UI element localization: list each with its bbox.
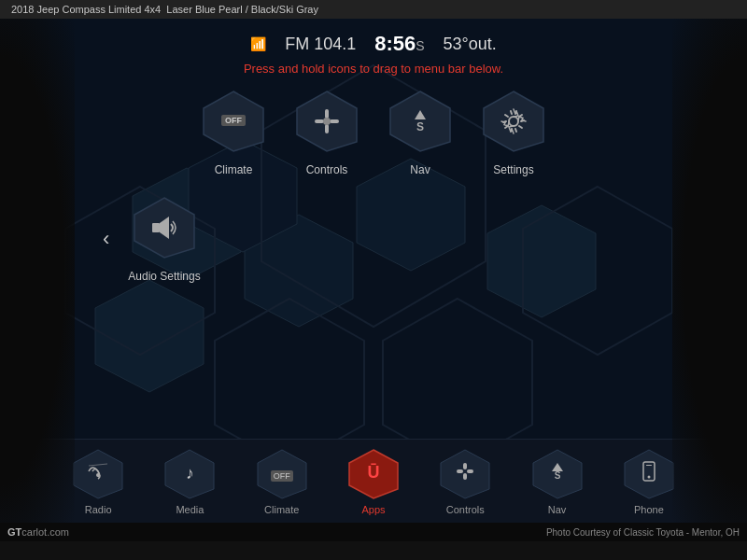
controls-icon-inner: [313, 107, 341, 135]
nav-nav-label: Nav: [548, 504, 567, 515]
climate-icon-item[interactable]: OFF Climate: [201, 89, 266, 176]
nav-symbol: S: [407, 108, 433, 134]
off-badge-climate: OFF: [221, 115, 246, 126]
screen-content: 📶 FM 104.1 8:56S 53°out. Press and hold …: [0, 19, 747, 422]
radio-hex[interactable]: [72, 448, 124, 500]
svg-rect-36: [463, 463, 467, 469]
gtcarlot-suffix: carlot.com: [21, 526, 69, 538]
svg-rect-39: [467, 469, 473, 473]
svg-point-45: [647, 476, 650, 479]
settings-label: Settings: [493, 163, 533, 176]
bottom-nav-bar: Radio ♪ Media OFF: [0, 439, 747, 523]
svg-text:Ū: Ū: [368, 463, 380, 482]
audio-settings-hex[interactable]: [132, 195, 197, 260]
instruction-text: Press and hold icons to drag to menu bar…: [244, 62, 503, 76]
climate-hex-button[interactable]: OFF: [201, 89, 266, 154]
radio-icon: [88, 462, 108, 485]
svg-rect-37: [463, 473, 467, 480]
fm-station: FM 104.1: [285, 35, 356, 54]
media-hex[interactable]: ♪: [163, 448, 216, 500]
off-badge-nav: OFF: [271, 470, 293, 482]
svg-marker-21: [415, 110, 426, 119]
controls-nav-symbol: [456, 462, 474, 481]
controls-label: Controls: [306, 163, 348, 176]
main-screen: 📶 FM 104.1 8:56S 53°out. Press and hold …: [0, 19, 747, 523]
photo-credit: Photo Courtesy of Classic Toyota - Mento…: [546, 527, 740, 538]
media-nav-label: Media: [176, 504, 204, 515]
settings-icon-item[interactable]: Settings: [481, 89, 546, 176]
controls-hex-button[interactable]: [294, 89, 359, 154]
phone-symbol: [641, 461, 656, 482]
nav-nav-icon: S: [548, 462, 567, 485]
page-subtitle: Laser Blue Pearl / Black/Ski Gray: [166, 4, 318, 15]
apps-nav-label: Apps: [361, 504, 385, 515]
temperature-display: 53°out.: [444, 35, 497, 54]
svg-rect-46: [646, 465, 652, 466]
phone-icon: [641, 461, 656, 486]
nav-nav-symbol: S: [548, 462, 567, 481]
settings-icon-inner: [500, 107, 528, 135]
nav-icon-inner: S: [407, 108, 433, 134]
climate-nav-icon: OFF: [271, 464, 293, 483]
settings-hex-button[interactable]: [481, 89, 546, 154]
audio-settings-item[interactable]: Audio Settings: [128, 195, 200, 283]
svg-rect-15: [325, 109, 329, 119]
svg-point-19: [323, 118, 331, 125]
speaker-icon: [150, 215, 178, 241]
phone-nav-label: Phone: [634, 504, 664, 515]
right-bezel: [672, 19, 747, 523]
controls-nav-icon: [456, 462, 474, 485]
svg-point-29: [96, 473, 100, 477]
radio-nav-label: Radio: [85, 504, 112, 515]
media-icon: ♪: [186, 464, 194, 483]
nav-apps[interactable]: Ū Apps: [331, 448, 416, 515]
page-title: 2018 Jeep Compass Limited 4x4: [11, 4, 161, 15]
climate-icon-inner: OFF: [221, 115, 246, 128]
climate-nav-label: Climate: [264, 504, 299, 515]
left-bezel: [0, 19, 75, 523]
gear-icon: [500, 107, 528, 135]
seconds-indicator: S: [416, 38, 424, 53]
nav-navigation[interactable]: S Nav: [514, 448, 599, 515]
climate-nav-hex[interactable]: OFF: [256, 448, 308, 500]
svg-text:S: S: [416, 120, 424, 133]
svg-text:S: S: [554, 470, 560, 481]
apps-hex[interactable]: Ū: [347, 448, 400, 500]
controls-symbol: [313, 107, 341, 135]
svg-rect-16: [325, 124, 329, 133]
bottom-bar: GT carlot.com Photo Courtesy of Classic …: [0, 523, 747, 541]
top-bar: 2018 Jeep Compass Limited 4x4 Laser Blue…: [0, 0, 747, 19]
nav-label: Nav: [410, 163, 430, 176]
time-value: 8:56: [374, 32, 416, 55]
nav-icon-item[interactable]: S Nav: [388, 89, 453, 176]
audio-settings-label: Audio Settings: [128, 270, 200, 283]
controls-nav-hex[interactable]: [439, 448, 491, 500]
second-row: ‹: [84, 195, 663, 283]
svg-marker-27: [160, 217, 169, 239]
apps-symbol: Ū: [363, 461, 384, 482]
back-arrow-icon[interactable]: ‹: [103, 227, 109, 251]
radio-wave-icon: 📶: [250, 36, 266, 51]
gtcarlot-label: GT: [7, 526, 21, 538]
svg-point-24: [509, 117, 518, 126]
svg-line-30: [89, 464, 107, 466]
controls-icon-item[interactable]: Controls: [294, 89, 359, 176]
main-icon-grid: OFF Climate: [84, 89, 663, 176]
nav-hex-button[interactable]: S: [388, 89, 453, 154]
audio-icon-inner: [150, 215, 178, 241]
nav-climate[interactable]: OFF Climate: [240, 448, 324, 515]
phone-hex[interactable]: [623, 448, 675, 500]
svg-rect-26: [152, 223, 160, 232]
apps-icon: Ū: [363, 461, 384, 486]
nav-media[interactable]: ♪ Media: [148, 448, 232, 515]
svg-rect-38: [457, 469, 463, 473]
svg-rect-17: [315, 119, 324, 123]
controls-nav-label: Controls: [446, 504, 485, 515]
status-bar: 📶 FM 104.1 8:56S 53°out.: [84, 19, 663, 62]
radio-wave-symbol: [88, 462, 108, 481]
climate-label: Climate: [215, 163, 253, 176]
navigation-hex[interactable]: S: [531, 448, 584, 500]
clock-display: 8:56S: [374, 32, 424, 56]
nav-controls[interactable]: Controls: [423, 448, 507, 515]
svg-rect-18: [330, 119, 339, 123]
